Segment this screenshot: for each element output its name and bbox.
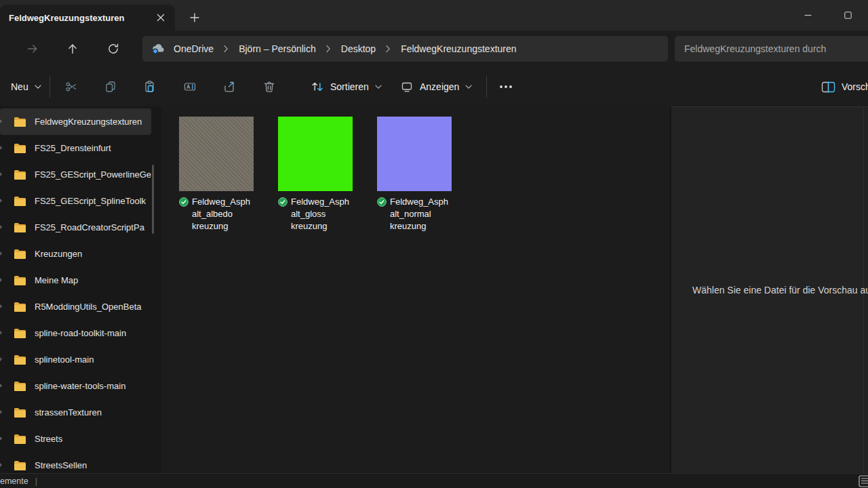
sidebar-item-label: splinetool-main bbox=[35, 354, 151, 365]
breadcrumb-chevron-icon bbox=[381, 45, 395, 53]
file-name-line: kreuzung bbox=[291, 220, 353, 232]
up-button[interactable] bbox=[60, 37, 85, 61]
new-button[interactable]: Neu bbox=[4, 75, 48, 99]
maximize-button[interactable] bbox=[828, 0, 868, 30]
search-box[interactable]: FeldwegKreuzungstexturen durch bbox=[675, 36, 868, 62]
window-controls bbox=[788, 0, 868, 30]
titlebar: FeldwegKreuzungstexturen bbox=[0, 0, 868, 30]
sidebar-item-fs25-roadcreatorscriptpa[interactable]: FS25_RoadCreatorScriptPa bbox=[0, 214, 151, 241]
onedrive-synced-icon bbox=[377, 197, 387, 207]
sidebar-item-streetssellen[interactable]: StreetsSellen bbox=[0, 452, 151, 473]
expand-chevron-icon[interactable] bbox=[0, 144, 3, 152]
view-button-label: Anzeigen bbox=[420, 81, 459, 92]
expand-chevron-icon[interactable] bbox=[0, 170, 3, 178]
file-name-line: Feldweg_Asph bbox=[291, 196, 353, 208]
sidebar-item-kreuzungen[interactable]: Kreuzungen bbox=[0, 241, 151, 267]
breadcrumb-item-bj-rn-pers-nlich[interactable]: Björn – Persönlich bbox=[233, 41, 321, 57]
view-icon bbox=[400, 80, 414, 94]
refresh-button[interactable] bbox=[101, 37, 125, 61]
breadcrumb-item-desktop[interactable]: Desktop bbox=[336, 41, 381, 57]
file-thumbnail[interactable] bbox=[179, 117, 254, 191]
tab-close-icon[interactable] bbox=[151, 9, 171, 26]
sidebar-item-strassentexturen[interactable]: strassenTexturen bbox=[0, 399, 151, 426]
share-button[interactable] bbox=[217, 75, 241, 99]
sidebar-scrollbar[interactable] bbox=[152, 165, 154, 234]
forward-button[interactable] bbox=[20, 37, 45, 61]
expand-chevron-icon[interactable] bbox=[0, 408, 3, 416]
sidebar: FeldwegKreuzungstexturen FS25_Drensteinf… bbox=[0, 106, 161, 473]
item-count-text: emente bbox=[0, 476, 28, 486]
window-body: FeldwegKreuzungstexturen FS25_Drensteinf… bbox=[0, 106, 868, 473]
expand-chevron-icon[interactable] bbox=[0, 197, 3, 205]
sort-button[interactable]: Sortieren bbox=[304, 75, 389, 99]
paste-button[interactable] bbox=[138, 75, 162, 99]
sidebar-item-fs25-gescript-powerlinege[interactable]: FS25_GEScript_PowerlineGe bbox=[0, 161, 151, 188]
file-name: Feldweg_Asphalt_albedokreuzung bbox=[179, 196, 254, 232]
folder-icon bbox=[14, 196, 26, 206]
sidebar-item-spline-road-toolkit-main[interactable]: spline-road-toolkit-main bbox=[0, 320, 151, 346]
expand-chevron-icon[interactable] bbox=[0, 355, 3, 363]
breadcrumb-item-feldwegkreuzungstexturen[interactable]: FeldwegKreuzungstexturen bbox=[395, 41, 521, 57]
expand-chevron-icon[interactable] bbox=[0, 302, 3, 310]
new-tab-button[interactable] bbox=[184, 9, 205, 26]
sidebar-item-label: FeldwegKreuzungstexturen bbox=[35, 117, 151, 127]
expand-chevron-icon[interactable] bbox=[0, 461, 3, 469]
details-view-icon[interactable] bbox=[859, 475, 868, 487]
sidebar-item-fs25-gescript-splinetoolk[interactable]: FS25_GEScript_SplineToolk bbox=[0, 188, 151, 214]
sidebar-item-label: spline-water-tools-main bbox=[35, 381, 151, 391]
sidebar-item-label: FS25_Drensteinfurt bbox=[35, 143, 151, 153]
file-name: Feldweg_Asphalt_normalkreuzung bbox=[377, 196, 452, 232]
expand-chevron-icon[interactable] bbox=[0, 329, 3, 337]
expand-chevron-icon[interactable] bbox=[0, 223, 3, 231]
sidebar-item-spline-water-tools-main[interactable]: spline-water-tools-main bbox=[0, 373, 151, 399]
preview-pane-icon bbox=[821, 81, 835, 93]
file-thumbnail[interactable] bbox=[377, 117, 452, 191]
status-divider: | bbox=[35, 476, 37, 486]
minimize-button[interactable] bbox=[788, 0, 828, 30]
delete-button[interactable] bbox=[257, 75, 281, 99]
more-options-button[interactable] bbox=[494, 75, 518, 99]
expand-chevron-icon[interactable] bbox=[0, 117, 3, 125]
chevron-down-icon bbox=[465, 85, 472, 89]
copy-button[interactable] bbox=[98, 75, 123, 99]
expand-chevron-icon[interactable] bbox=[0, 276, 3, 284]
toolbar-separator bbox=[486, 76, 487, 98]
sidebar-item-meine-map[interactable]: Meine Map bbox=[0, 267, 151, 293]
sidebar-item-fs25-drensteinfurt[interactable]: FS25_Drensteinfurt bbox=[0, 135, 151, 161]
folder-icon bbox=[14, 249, 26, 259]
folder-icon bbox=[14, 407, 26, 418]
sidebar-item-label: FS25_RoadCreatorScriptPa bbox=[35, 222, 151, 232]
folder-icon bbox=[14, 434, 26, 444]
tab-feldwegkreuzungstexturen[interactable]: FeldwegKreuzungstexturen bbox=[0, 5, 175, 30]
file-thumbnail[interactable] bbox=[278, 117, 353, 191]
file-name: Feldweg_Asphalt_glosskreuzung bbox=[278, 196, 353, 232]
preview-pane: Wählen Sie eine Datei für die Vorschau a… bbox=[670, 106, 868, 473]
breadcrumb-item-onedrive[interactable]: OneDrive bbox=[168, 41, 219, 57]
file-tile-feldweg-asphalt-glosskreuzung[interactable]: Feldweg_Asphalt_glosskreuzung bbox=[278, 117, 353, 232]
search-input-text: FeldwegKreuzungstexturen durch bbox=[684, 43, 826, 54]
status-bar: emente | bbox=[0, 473, 868, 488]
new-button-label: Neu bbox=[11, 81, 28, 92]
expand-chevron-icon[interactable] bbox=[0, 382, 3, 390]
sidebar-item-streets[interactable]: Streets bbox=[0, 426, 151, 452]
file-tile-feldweg-asphalt-normalkreuzung[interactable]: Feldweg_Asphalt_normalkreuzung bbox=[377, 117, 452, 232]
file-tile-feldweg-asphalt-albedokreuzung[interactable]: Feldweg_Asphalt_albedokreuzung bbox=[179, 117, 254, 232]
file-grid: Feldweg_Asphalt_albedokreuzung Feldweg_A… bbox=[161, 106, 670, 473]
cut-button[interactable] bbox=[59, 75, 83, 99]
sidebar-item-feldwegkreuzungstexturen[interactable]: FeldwegKreuzungstexturen bbox=[0, 108, 151, 135]
expand-chevron-icon[interactable] bbox=[0, 249, 3, 258]
onedrive-synced-icon bbox=[278, 197, 288, 207]
sidebar-item-label: FS25_GEScript_PowerlineGe bbox=[35, 169, 151, 180]
tab-title: FeldwegKreuzungstexturen bbox=[9, 13, 151, 23]
expand-chevron-icon[interactable] bbox=[0, 434, 3, 443]
sidebar-item-label: FS25_GEScript_SplineToolk bbox=[35, 196, 151, 206]
view-button[interactable]: Anzeigen bbox=[393, 75, 479, 99]
preview-toggle-button[interactable]: Vorschau bbox=[816, 75, 868, 99]
trash-icon bbox=[262, 80, 276, 94]
sidebar-item-r5moddingutils-openbeta[interactable]: R5ModdingUtils_OpenBeta bbox=[0, 293, 151, 320]
rename-button[interactable] bbox=[178, 75, 202, 99]
folder-icon bbox=[14, 302, 26, 312]
sidebar-item-label: strassenTexturen bbox=[35, 407, 151, 418]
sidebar-item-label: R5ModdingUtils_OpenBeta bbox=[35, 302, 151, 312]
sidebar-item-splinetool-main[interactable]: splinetool-main bbox=[0, 346, 151, 373]
